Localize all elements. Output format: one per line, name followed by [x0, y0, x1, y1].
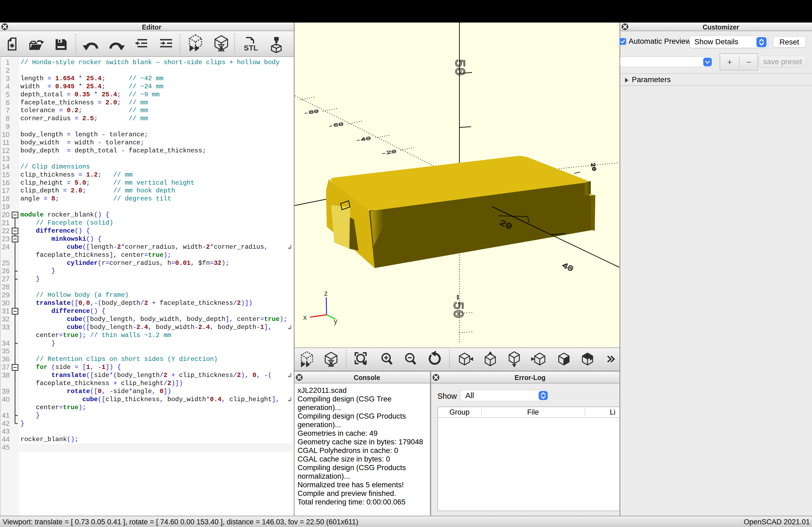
svg-text:-40: -40	[355, 136, 371, 144]
svg-text:-20: -20	[381, 149, 397, 157]
svg-text:-80: -80	[303, 109, 319, 117]
svg-text:x: x	[303, 313, 307, 321]
svg-text:STL: STL	[244, 44, 258, 52]
svg-text:-60: -60	[328, 122, 344, 129]
svg-text:40: 40	[561, 261, 575, 274]
svg-text:z: z	[324, 289, 328, 297]
svg-text:y: y	[334, 317, 337, 325]
svg-text:20: 20	[590, 162, 597, 171]
svg-text:50: 50	[451, 59, 467, 76]
svg-text:-50: -50	[450, 293, 466, 318]
